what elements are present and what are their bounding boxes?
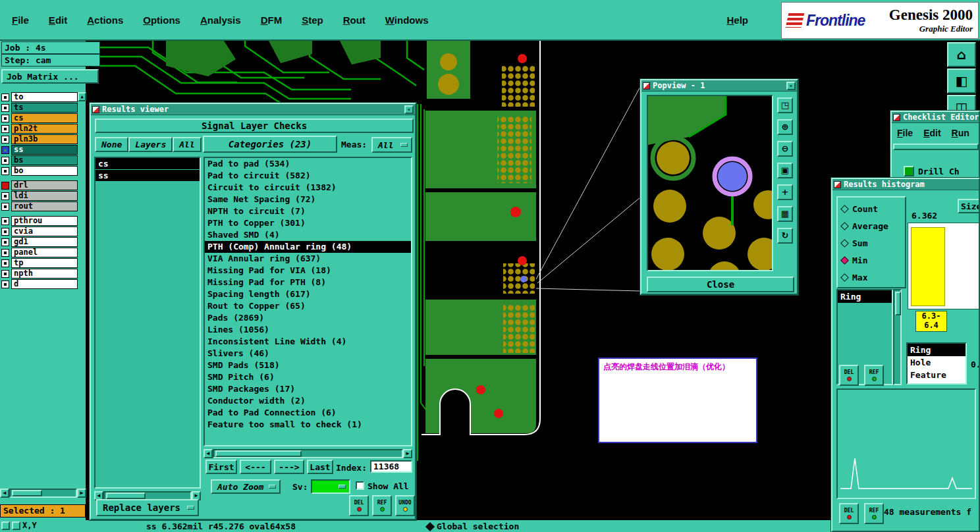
menu-edit[interactable]: Edit <box>49 14 67 26</box>
rv-del-button[interactable]: DEL <box>349 495 369 516</box>
hist-mid-ref-button[interactable]: REF <box>864 365 884 386</box>
category-item[interactable]: Feature too small to check (1) <box>205 419 411 431</box>
auto-zoom-dropdown[interactable]: Auto Zoom <box>211 479 281 494</box>
layer-visibility-checkbox[interactable] <box>1 104 9 112</box>
layer-scroll-up-button[interactable]: ▲ <box>78 92 86 101</box>
scroll-track[interactable] <box>213 449 403 458</box>
popview-close-button[interactable]: Close <box>647 277 794 292</box>
scroll-right-icon[interactable]: ▶ <box>77 489 86 498</box>
shift-window-icon[interactable]: ◧ <box>947 68 976 93</box>
popview-viewport[interactable] <box>647 95 773 271</box>
category-item[interactable]: SMD Packages (17) <box>205 383 411 395</box>
menu-rout[interactable]: Rout <box>343 14 366 26</box>
category-item[interactable]: Spacing length (617) <box>205 288 411 300</box>
layer-row-panel[interactable]: panel <box>1 248 78 257</box>
hist-bottom-del-button[interactable]: DEL <box>839 503 859 524</box>
show-all-checkbox[interactable] <box>356 481 364 490</box>
layer-row-to[interactable]: to <box>1 92 78 102</box>
category-item[interactable]: Missing Pad for PTH (8) <box>205 277 411 288</box>
layer-visibility-checkbox[interactable] <box>1 136 9 144</box>
layer-visibility-checkbox[interactable] <box>1 93 9 101</box>
zoom-in-icon[interactable]: ⊕ <box>777 119 793 135</box>
left-panel-h-scrollbar[interactable]: ◀ ▶ <box>0 489 86 498</box>
stat-average[interactable]: Average <box>842 217 905 234</box>
meas-dropdown[interactable]: All <box>371 137 412 153</box>
prev-button[interactable]: <--- <box>240 460 271 474</box>
layer-visibility-checkbox[interactable] <box>1 228 9 236</box>
scroll-thumb[interactable] <box>12 490 42 496</box>
layer-row-ldi[interactable]: ldi <box>1 191 78 201</box>
layer-visibility-checkbox[interactable] <box>1 167 9 175</box>
category-item[interactable]: Rout to Copper (65) <box>205 300 411 312</box>
hist-mid-del-button[interactable]: DEL <box>839 365 859 386</box>
category-item[interactable]: Lines (1056) <box>205 324 411 336</box>
menu-file[interactable]: File <box>12 14 29 26</box>
layer-visibility-checkbox[interactable] <box>1 270 9 278</box>
xy-toggle-1[interactable] <box>1 521 10 530</box>
category-item[interactable]: Conductor width (2) <box>205 395 411 407</box>
close-icon[interactable]: ✕ <box>786 82 796 90</box>
measure-selector-v-scrollbar[interactable] <box>893 289 902 385</box>
histogram-type-list[interactable]: RingHoleFeature <box>906 342 967 385</box>
category-item[interactable]: SMD Pitch (6) <box>205 371 411 383</box>
menu-step[interactable]: Step <box>302 14 323 26</box>
measure-selector-selected[interactable]: Ring <box>838 290 892 303</box>
menu-edit[interactable]: Edit <box>923 128 940 138</box>
scroll-thumb[interactable] <box>106 492 146 499</box>
layer-row-d[interactable]: d <box>1 279 78 289</box>
sv-color-field[interactable] <box>311 479 350 494</box>
size-dropdown[interactable]: Size <box>958 199 980 213</box>
popview-titlebar[interactable]: Popview - 1 ✕ <box>641 80 797 92</box>
next-button[interactable]: ---> <box>274 460 304 474</box>
layers-view-icon[interactable]: ▦ <box>777 206 793 222</box>
category-item[interactable]: Slivers (46) <box>205 348 411 359</box>
layer-row-cvia[interactable]: cvia <box>1 226 78 236</box>
zoom-out-icon[interactable]: ⊖ <box>777 141 793 157</box>
filter-none-button[interactable]: None <box>95 137 128 152</box>
checklist-titlebar[interactable]: Checklist Editor <box>892 112 979 123</box>
category-item[interactable]: Circuit to circuit (1382) <box>205 182 411 194</box>
layer-row-pthrou[interactable]: pthrou <box>1 216 78 226</box>
index-input[interactable]: 11368 <box>370 460 412 473</box>
layer-visibility-checkbox[interactable] <box>1 217 9 225</box>
type-item-feature[interactable]: Feature <box>908 369 966 381</box>
scroll-right-icon[interactable]: ▶ <box>403 449 412 458</box>
restore-window-icon[interactable]: ⌂ <box>947 42 976 67</box>
rv-layer-item[interactable]: cs <box>95 158 200 169</box>
layer-row-cs[interactable]: cs <box>1 113 78 123</box>
detach-view-icon[interactable]: ◳ <box>777 97 793 113</box>
histogram-titlebar[interactable]: Results histogram <box>832 179 979 190</box>
results-viewer-titlebar[interactable]: Results viewer ✕ <box>91 104 415 115</box>
category-item[interactable]: NPTH to circuit (7) <box>205 205 411 217</box>
last-button[interactable]: Last <box>307 460 333 474</box>
menu-analysis[interactable]: Analysis <box>200 14 241 26</box>
scroll-left-icon[interactable]: ◀ <box>0 489 9 498</box>
rv-categories-h-scrollbar[interactable]: ◀ ▶ <box>204 449 412 458</box>
zoom-fit-icon[interactable]: ▣ <box>777 163 793 178</box>
type-item-hole[interactable]: Hole <box>908 356 966 369</box>
scroll-thumb[interactable] <box>895 292 901 315</box>
menu-dfm[interactable]: DFM <box>261 14 283 26</box>
layer-row-pln3b[interactable]: pln3b <box>1 134 78 144</box>
layer-row-gd1[interactable]: gd1 <box>1 237 78 247</box>
menu-file[interactable]: File <box>897 128 913 138</box>
layer-visibility-checkbox[interactable] <box>1 280 9 288</box>
job-matrix-button[interactable]: Job Matrix ... <box>1 69 99 84</box>
stat-sum[interactable]: Sum <box>842 234 905 252</box>
layer-visibility-checkbox[interactable] <box>1 182 9 190</box>
layer-row-npth[interactable]: npth <box>1 269 78 279</box>
layer-visibility-checkbox[interactable] <box>1 203 9 211</box>
type-item-ring[interactable]: Ring <box>908 344 966 356</box>
pan-view-icon[interactable]: + <box>777 184 793 200</box>
layer-row-bo[interactable]: bo <box>1 166 78 176</box>
layer-visibility-checkbox[interactable] <box>1 115 9 122</box>
menu-run[interactable]: Run <box>952 128 969 138</box>
layer-row-ts[interactable]: ts <box>1 103 78 113</box>
category-item[interactable]: SMD Pads (518) <box>205 359 411 371</box>
layer-row-bs[interactable]: bs <box>1 155 78 165</box>
category-item[interactable]: PTH to Copper (301) <box>205 217 411 229</box>
rv-layer-item[interactable]: ss <box>95 170 200 181</box>
layer-row-pln2t[interactable]: pln2t <box>1 124 78 134</box>
first-button[interactable]: First <box>205 460 237 474</box>
layer-visibility-checkbox[interactable] <box>1 192 9 200</box>
